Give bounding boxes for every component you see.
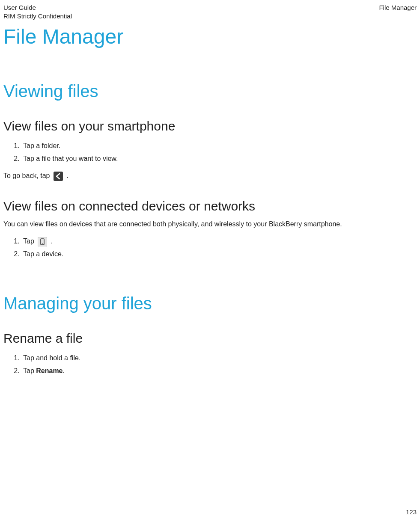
go-back-suffix: . <box>66 172 68 179</box>
step-rename-prefix: Tap <box>23 367 36 374</box>
step-item: Tap and hold a file. <box>21 352 417 365</box>
header-left: User Guide RIM Strictly Confidential <box>3 3 72 21</box>
header-right: File Manager <box>379 3 417 12</box>
step-tap-suffix: . <box>51 237 53 245</box>
subsection-view-connected: View files on connected devices or netwo… <box>3 199 417 214</box>
subsection-view-smartphone: View files on your smartphone <box>3 119 417 133</box>
steps-view-smartphone: Tap a folder. Tap a file that you want t… <box>3 139 417 165</box>
header-user-guide: User Guide <box>3 3 72 12</box>
step-item: Tap Rename. <box>21 365 417 377</box>
step-item: Tap a folder. <box>21 139 417 152</box>
step-tap-prefix: Tap <box>23 237 36 245</box>
go-back-prefix: To go back, tap <box>3 172 52 179</box>
step-rename-bold: Rename <box>36 367 63 374</box>
steps-rename-file: Tap and hold a file. Tap Rename. <box>3 352 417 377</box>
page-title: File Manager <box>3 25 417 48</box>
device-icon <box>38 237 47 246</box>
content: File Manager Viewing files View files on… <box>3 25 417 381</box>
svg-rect-0 <box>54 172 63 181</box>
subsection-rename-file: Rename a file <box>3 331 417 346</box>
svg-point-3 <box>42 243 43 244</box>
section-managing-files: Managing your files <box>3 294 417 313</box>
step-item: Tap a device. <box>21 248 417 261</box>
section-viewing-files: Viewing files <box>3 82 417 101</box>
steps-view-connected: Tap . Tap a device. <box>3 235 417 261</box>
header-confidential: RIM Strictly Confidential <box>3 12 72 21</box>
back-icon <box>54 172 63 181</box>
step-item: Tap . <box>21 235 417 248</box>
page-number: 123 <box>406 508 417 516</box>
go-back-text: To go back, tap . <box>3 171 417 181</box>
connected-intro: You can view files on devices that are c… <box>3 219 417 229</box>
page: User Guide RIM Strictly Confidential Fil… <box>0 0 420 519</box>
step-item: Tap a file that you want to view. <box>21 152 417 165</box>
step-rename-suffix: . <box>63 367 65 374</box>
